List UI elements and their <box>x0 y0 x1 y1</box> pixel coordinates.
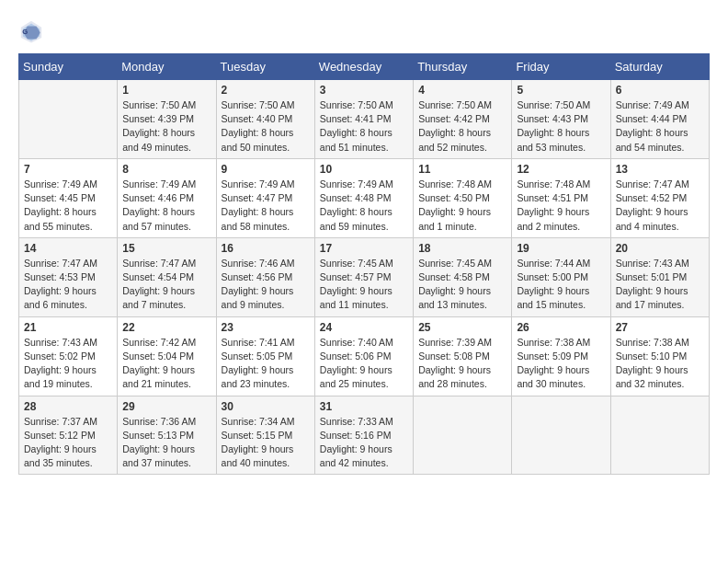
day-info: Sunrise: 7:50 AMSunset: 4:43 PMDaylight:… <box>517 98 605 155</box>
day-info: Sunrise: 7:50 AMSunset: 4:42 PMDaylight:… <box>418 98 506 155</box>
calendar-week-1: 1Sunrise: 7:50 AMSunset: 4:39 PMDaylight… <box>19 80 710 159</box>
day-number: 17 <box>320 242 408 255</box>
day-info: Sunrise: 7:47 AMSunset: 4:52 PMDaylight:… <box>616 178 704 234</box>
day-number: 10 <box>320 163 408 176</box>
day-info: Sunrise: 7:37 AMSunset: 5:12 PMDaylight:… <box>24 415 112 471</box>
calendar-cell: 20Sunrise: 7:43 AMSunset: 5:01 PMDayligh… <box>610 237 709 316</box>
calendar-cell: 31Sunrise: 7:33 AMSunset: 5:16 PMDayligh… <box>314 396 413 475</box>
day-info: Sunrise: 7:42 AMSunset: 5:04 PMDaylight:… <box>122 336 210 392</box>
weekday-header-sunday: Sunday <box>19 54 118 80</box>
logo-icon: G <box>18 18 44 44</box>
day-info: Sunrise: 7:46 AMSunset: 4:56 PMDaylight:… <box>222 257 310 313</box>
day-number: 6 <box>616 84 704 97</box>
day-info: Sunrise: 7:48 AMSunset: 4:50 PMDaylight:… <box>418 178 506 234</box>
calendar-cell: 22Sunrise: 7:42 AMSunset: 5:04 PMDayligh… <box>118 316 216 396</box>
calendar-cell: 9Sunrise: 7:49 AMSunset: 4:47 PMDaylight… <box>216 158 314 237</box>
calendar-body: 1Sunrise: 7:50 AMSunset: 4:39 PMDaylight… <box>19 80 710 475</box>
day-info: Sunrise: 7:47 AMSunset: 4:53 PMDaylight:… <box>24 257 112 313</box>
weekday-header-thursday: Thursday <box>414 54 512 80</box>
calendar-cell: 13Sunrise: 7:47 AMSunset: 4:52 PMDayligh… <box>610 158 709 237</box>
day-number: 5 <box>517 84 605 97</box>
calendar-cell: 16Sunrise: 7:46 AMSunset: 4:56 PMDayligh… <box>216 237 314 316</box>
day-info: Sunrise: 7:48 AMSunset: 4:51 PMDaylight:… <box>517 178 605 234</box>
weekday-header-friday: Friday <box>512 54 610 80</box>
day-info: Sunrise: 7:45 AMSunset: 4:57 PMDaylight:… <box>320 257 408 313</box>
weekday-header-saturday: Saturday <box>610 54 709 80</box>
calendar-week-4: 21Sunrise: 7:43 AMSunset: 5:02 PMDayligh… <box>19 316 710 396</box>
logo: G <box>18 18 48 44</box>
day-number: 15 <box>122 242 210 255</box>
day-info: Sunrise: 7:50 AMSunset: 4:39 PMDaylight:… <box>122 98 210 155</box>
calendar-cell <box>19 80 118 159</box>
calendar-cell: 15Sunrise: 7:47 AMSunset: 4:54 PMDayligh… <box>118 237 216 316</box>
day-number: 25 <box>418 321 506 334</box>
day-info: Sunrise: 7:50 AMSunset: 4:41 PMDaylight:… <box>320 98 408 155</box>
day-info: Sunrise: 7:49 AMSunset: 4:47 PMDaylight:… <box>222 178 310 234</box>
calendar-cell <box>610 396 709 475</box>
day-number: 23 <box>222 321 310 334</box>
day-info: Sunrise: 7:39 AMSunset: 5:08 PMDaylight:… <box>418 336 506 392</box>
calendar-cell: 8Sunrise: 7:49 AMSunset: 4:46 PMDaylight… <box>118 158 216 237</box>
calendar-cell: 29Sunrise: 7:36 AMSunset: 5:13 PMDayligh… <box>118 396 216 475</box>
day-number: 1 <box>122 84 210 97</box>
calendar-table: SundayMondayTuesdayWednesdayThursdayFrid… <box>18 53 710 475</box>
calendar-week-3: 14Sunrise: 7:47 AMSunset: 4:53 PMDayligh… <box>19 237 710 316</box>
weekday-header-tuesday: Tuesday <box>216 54 314 80</box>
day-info: Sunrise: 7:44 AMSunset: 5:00 PMDaylight:… <box>517 257 605 313</box>
day-number: 29 <box>122 400 210 413</box>
calendar-cell: 6Sunrise: 7:49 AMSunset: 4:44 PMDaylight… <box>610 80 709 159</box>
calendar-cell <box>414 396 512 475</box>
calendar-cell: 26Sunrise: 7:38 AMSunset: 5:09 PMDayligh… <box>512 316 610 396</box>
calendar-cell: 19Sunrise: 7:44 AMSunset: 5:00 PMDayligh… <box>512 237 610 316</box>
calendar-cell: 4Sunrise: 7:50 AMSunset: 4:42 PMDaylight… <box>414 80 512 159</box>
calendar-week-2: 7Sunrise: 7:49 AMSunset: 4:45 PMDaylight… <box>19 158 710 237</box>
day-info: Sunrise: 7:49 AMSunset: 4:46 PMDaylight:… <box>122 178 210 234</box>
calendar-cell: 18Sunrise: 7:45 AMSunset: 4:58 PMDayligh… <box>414 237 512 316</box>
day-number: 31 <box>320 400 408 413</box>
calendar-cell: 11Sunrise: 7:48 AMSunset: 4:50 PMDayligh… <box>414 158 512 237</box>
day-number: 2 <box>222 84 310 97</box>
day-info: Sunrise: 7:43 AMSunset: 5:01 PMDaylight:… <box>616 257 704 313</box>
day-info: Sunrise: 7:47 AMSunset: 4:54 PMDaylight:… <box>122 257 210 313</box>
day-number: 9 <box>222 163 310 176</box>
day-number: 14 <box>24 242 112 255</box>
day-info: Sunrise: 7:38 AMSunset: 5:10 PMDaylight:… <box>616 336 704 392</box>
calendar-cell: 28Sunrise: 7:37 AMSunset: 5:12 PMDayligh… <box>19 396 118 475</box>
day-info: Sunrise: 7:43 AMSunset: 5:02 PMDaylight:… <box>24 336 112 392</box>
calendar-cell: 24Sunrise: 7:40 AMSunset: 5:06 PMDayligh… <box>314 316 413 396</box>
calendar-cell: 7Sunrise: 7:49 AMSunset: 4:45 PMDaylight… <box>19 158 118 237</box>
day-number: 11 <box>418 163 506 176</box>
day-number: 12 <box>517 163 605 176</box>
day-number: 8 <box>122 163 210 176</box>
calendar-cell: 10Sunrise: 7:49 AMSunset: 4:48 PMDayligh… <box>314 158 413 237</box>
day-info: Sunrise: 7:36 AMSunset: 5:13 PMDaylight:… <box>122 415 210 471</box>
calendar-cell: 30Sunrise: 7:34 AMSunset: 5:15 PMDayligh… <box>216 396 314 475</box>
calendar-cell: 23Sunrise: 7:41 AMSunset: 5:05 PMDayligh… <box>216 316 314 396</box>
calendar-cell: 25Sunrise: 7:39 AMSunset: 5:08 PMDayligh… <box>414 316 512 396</box>
calendar-header-row: SundayMondayTuesdayWednesdayThursdayFrid… <box>19 54 710 80</box>
day-number: 21 <box>24 321 112 334</box>
day-number: 19 <box>517 242 605 255</box>
svg-text:G: G <box>22 28 28 36</box>
day-number: 30 <box>222 400 310 413</box>
day-number: 20 <box>616 242 704 255</box>
day-info: Sunrise: 7:34 AMSunset: 5:15 PMDaylight:… <box>222 415 310 471</box>
day-info: Sunrise: 7:49 AMSunset: 4:44 PMDaylight:… <box>616 98 704 155</box>
day-info: Sunrise: 7:45 AMSunset: 4:58 PMDaylight:… <box>418 257 506 313</box>
calendar-cell <box>512 396 610 475</box>
calendar-cell: 2Sunrise: 7:50 AMSunset: 4:40 PMDaylight… <box>216 80 314 159</box>
day-info: Sunrise: 7:38 AMSunset: 5:09 PMDaylight:… <box>517 336 605 392</box>
day-number: 22 <box>122 321 210 334</box>
page-header: G <box>18 18 710 44</box>
day-number: 16 <box>222 242 310 255</box>
day-info: Sunrise: 7:49 AMSunset: 4:45 PMDaylight:… <box>24 178 112 234</box>
day-number: 18 <box>418 242 506 255</box>
day-info: Sunrise: 7:50 AMSunset: 4:40 PMDaylight:… <box>222 98 310 155</box>
weekday-header-wednesday: Wednesday <box>314 54 413 80</box>
calendar-cell: 12Sunrise: 7:48 AMSunset: 4:51 PMDayligh… <box>512 158 610 237</box>
calendar-cell: 5Sunrise: 7:50 AMSunset: 4:43 PMDaylight… <box>512 80 610 159</box>
day-info: Sunrise: 7:41 AMSunset: 5:05 PMDaylight:… <box>222 336 310 392</box>
calendar-week-5: 28Sunrise: 7:37 AMSunset: 5:12 PMDayligh… <box>19 396 710 475</box>
day-number: 3 <box>320 84 408 97</box>
day-number: 27 <box>616 321 704 334</box>
